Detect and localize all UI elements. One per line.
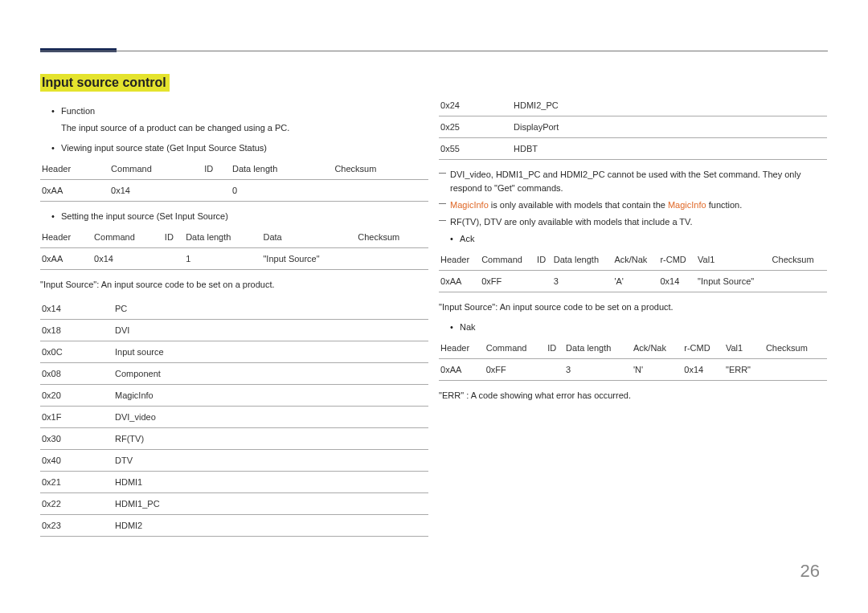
code-value: 0x1F [40,407,113,428]
th: ID [546,337,564,359]
th: ID [203,158,231,180]
section-title: Input source control [40,74,170,92]
td: 'N' [632,359,682,381]
th: Checksum [356,227,428,248]
code-value: 0x25 [439,116,512,138]
note-dvi: DVI_video, HDMI1_PC and HDMI2_PC cannot … [439,168,827,195]
page-number: 26 [800,561,820,582]
code-value: 0x24 [439,95,512,116]
th: Data length [552,249,613,271]
set-table: Header Command ID Data length Data Check… [40,227,428,270]
td: "ERR" [724,359,764,381]
th: Checksum [764,337,827,359]
code-value: 0x22 [40,493,113,515]
td [764,359,827,381]
td: 1 [184,248,261,270]
ack-bullet: Ack [439,232,827,246]
td [333,180,428,202]
nak-table: Header Command ID Data length Ack/Nak r-… [439,337,827,381]
th: Command [480,249,535,271]
note-magicinfo: MagicInfo is only available with models … [439,198,827,212]
code-label: DVI_video [113,407,428,428]
code-label: HDMI2_PC [512,95,827,116]
td: 'A' [612,271,658,292]
td: 0xAA [439,271,480,292]
th: Val1 [696,249,771,271]
th: Header [40,227,92,248]
td: 0x14 [109,180,203,202]
th: Header [439,337,485,359]
code-label: PC [113,298,428,320]
err-def: "ERR" : A code showing what error has oc… [439,389,827,403]
td: 0xAA [40,180,109,202]
nak-bullet: Nak [439,321,827,334]
th: Checksum [333,158,428,180]
code-label: DVI [113,320,428,341]
th: Data length [184,227,261,248]
td: 0x14 [658,271,696,292]
right-column: 0x24HDMI2_PC0x25DisplayPort0x55HDBT DVI_… [439,74,827,409]
code-value: 0x0C [40,341,113,363]
code-label: DisplayPort [512,116,827,138]
ack-def: "Input Source": An input source code to … [439,300,827,314]
code-label: HDBT [512,138,827,160]
th: ID [163,227,184,248]
th: Checksum [771,249,827,271]
code-label: HDMI2 [113,515,428,537]
code-value: 0x20 [40,385,113,407]
th: Ack/Nak [632,337,682,359]
th: Header [40,158,109,180]
code-label: DTV [113,450,428,472]
code-value: 0x40 [40,450,113,472]
magicinfo-word: MagicInfo [668,200,706,210]
input-source-def: "Input Source": An input source code to … [40,278,428,292]
code-label: HDMI1 [113,472,428,493]
code-value: 0x08 [40,363,113,385]
td: 0xAA [439,359,485,381]
th: ID [535,249,552,271]
th: Data length [231,158,333,180]
th: Data length [564,337,632,359]
code-value: 0x23 [40,515,113,537]
td: "Input Source" [261,248,356,270]
td [535,271,552,292]
th: r-CMD [658,249,696,271]
td: 0xFF [485,359,546,381]
th: Ack/Nak [612,249,658,271]
td: "Input Source" [696,271,771,292]
code-value: 0x14 [40,298,113,320]
code-label: Input source [113,341,428,363]
td: 0xAA [40,248,92,270]
th: Val1 [724,337,764,359]
function-desc: The input source of a product can be cha… [40,121,428,135]
function-bullet: Function [40,104,428,118]
td [771,271,827,292]
td: 0x14 [682,359,724,381]
code-label: MagicInfo [113,385,428,407]
th: Command [485,337,546,359]
code-value: 0x21 [40,472,113,493]
code-label: RF(TV) [113,428,428,450]
code-label: HDMI1_PC [113,493,428,515]
td: 3 [552,271,613,292]
setting-bullet: Setting the input source (Set Input Sour… [40,210,428,223]
th: Command [109,158,203,180]
note-rftv: RF(TV), DTV are only available with mode… [439,215,827,229]
codes-table-left: 0x14PC0x18DVI0x0CInput source0x08Compone… [40,298,428,537]
th: r-CMD [682,337,724,359]
th: Command [92,227,163,248]
code-value: 0x18 [40,320,113,341]
get-table: Header Command ID Data length Checksum 0… [40,158,428,202]
top-rule [40,51,828,51]
th: Header [439,249,480,271]
code-label: Component [113,363,428,385]
td [163,248,184,270]
ack-table: Header Command ID Data length Ack/Nak r-… [439,249,827,292]
td: 0x14 [92,248,163,270]
magicinfo-word: MagicInfo [450,200,489,210]
td: 0xFF [480,271,535,292]
td: 3 [564,359,632,381]
td [356,248,428,270]
page-body: Input source control Function The input … [40,48,828,545]
code-value: 0x30 [40,428,113,450]
